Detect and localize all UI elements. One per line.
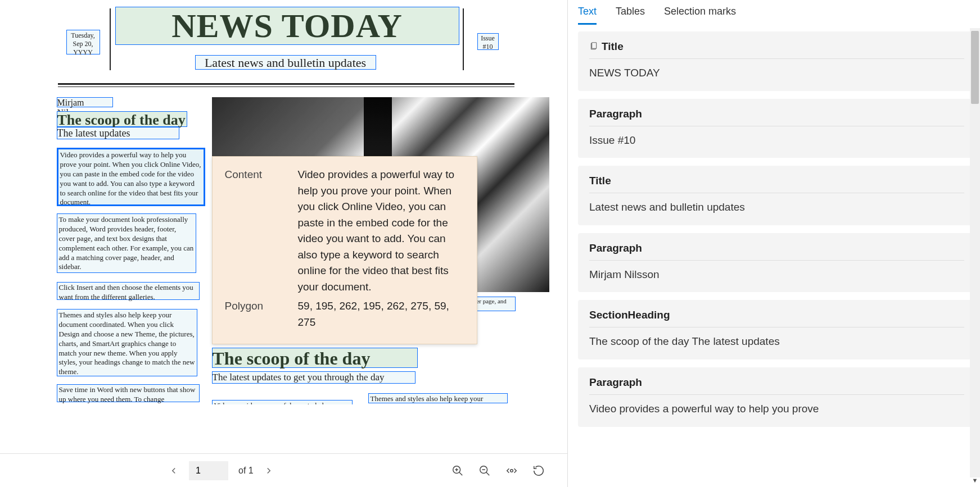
bbox-subtitle[interactable]: Latest news and bulletin updates [195,55,376,70]
result-label: Paragraph [589,242,964,261]
document-icon [589,42,598,52]
svg-point-7 [511,469,513,472]
tooltip-content-value: Video provides a powerful way to help yo… [298,167,464,295]
page-nav: of 1 [169,461,274,480]
viewer-tools [451,465,545,477]
result-label: Paragraph [589,376,964,395]
document-viewer-panel: Tuesday, Sep 20, YYYY NEWS TODAY Issue #… [0,0,568,487]
tab-text[interactable]: Text [578,6,597,25]
header-divider-right [463,8,464,70]
svg-line-5 [486,472,490,475]
zoom-out-icon[interactable] [478,465,491,477]
header-divider-left [110,8,111,70]
bbox-scoop-1-sub[interactable]: The latest updates [57,127,179,139]
zoom-in-icon[interactable] [451,465,464,477]
bbox-title[interactable]: NEWS TODAY [115,7,459,45]
page-number-input[interactable] [189,461,228,480]
result-card[interactable]: Paragraph Issue #10 [578,99,976,158]
tooltip-content-label: Content [225,167,298,295]
result-label: Title [589,40,964,59]
result-card[interactable]: Title Latest news and bulletin updates [578,166,976,225]
rotate-icon[interactable] [532,465,545,477]
scroll-down-arrow[interactable]: ▼ [972,477,978,484]
results-list[interactable]: Title NEWS TODAY Paragraph Issue #10 Tit… [568,25,980,485]
result-card[interactable]: Title NEWS TODAY [578,31,976,91]
bbox-tooltip: Content Video provides a powerful way to… [212,156,477,344]
bbox-issue[interactable]: Issue #10 [477,33,499,50]
svg-rect-9 [592,43,597,49]
bbox-paragraph-1-selected[interactable]: Video provides a powerful way to help yo… [57,148,205,206]
bbox-author-1[interactable]: Mirjam Nilsson [57,97,113,107]
result-card[interactable]: SectionHeading The scoop of the day The … [578,300,976,359]
result-label: SectionHeading [589,309,964,327]
bbox-date[interactable]: Tuesday, Sep 20, YYYY [66,30,100,54]
bbox-scoop-2-sub[interactable]: The latest updates to get you through th… [212,371,416,384]
result-label: Paragraph [589,108,964,126]
header-rule [58,83,514,87]
bbox-paragraph-3[interactable]: Click Insert and then choose the element… [57,282,200,300]
page-count-label: of 1 [238,466,254,476]
document-viewport[interactable]: Tuesday, Sep 20, YYYY NEWS TODAY Issue #… [0,0,567,404]
document-page: Tuesday, Sep 20, YYYY NEWS TODAY Issue #… [8,0,559,404]
bbox-paragraph-7[interactable]: Themes and styles also help keep your [368,393,508,403]
result-value: The scoop of the day The latest updates [589,334,964,349]
result-value: Video provides a powerful way to help yo… [589,402,964,417]
tooltip-polygon-value: 59, 195, 262, 195, 262, 275, 59, 275 [298,298,464,330]
result-value: NEWS TODAY [589,66,964,81]
bbox-paragraph-5[interactable]: Save time in Word with new buttons that … [57,384,200,402]
result-card[interactable]: Paragraph Mirjam Nilsson [578,233,976,293]
prev-page-button[interactable] [169,466,179,476]
tab-selection-marks[interactable]: Selection marks [664,6,736,25]
bbox-paragraph-6[interactable]: Video provides a powerful way to help yo… [212,400,353,404]
scrollbar-thumb[interactable] [971,31,979,104]
svg-line-1 [459,472,463,475]
fit-width-icon[interactable] [505,465,518,477]
result-label: Title [589,175,964,193]
tab-tables[interactable]: Tables [616,6,645,25]
bbox-scoop-2[interactable]: The scoop of the day [212,348,418,368]
page-nav-bar: of 1 [0,453,567,487]
result-value: Latest news and bulletin updates [589,200,964,215]
result-card[interactable]: Paragraph Video provides a powerful way … [578,367,976,427]
results-panel: Text Tables Selection marks Title NEWS T… [568,0,980,487]
bbox-scoop-1[interactable]: The scoop of the day [57,111,187,127]
bbox-paragraph-4[interactable]: Themes and styles also help keep your do… [57,309,197,376]
tooltip-polygon-label: Polygon [225,298,298,330]
result-value: Issue #10 [589,133,964,148]
result-tabs: Text Tables Selection marks [568,0,980,25]
result-value: Mirjam Nilsson [589,267,964,283]
next-page-button[interactable] [264,466,274,476]
result-label-text: Title [602,40,624,53]
bbox-paragraph-2[interactable]: To make your document look professionall… [57,213,196,273]
